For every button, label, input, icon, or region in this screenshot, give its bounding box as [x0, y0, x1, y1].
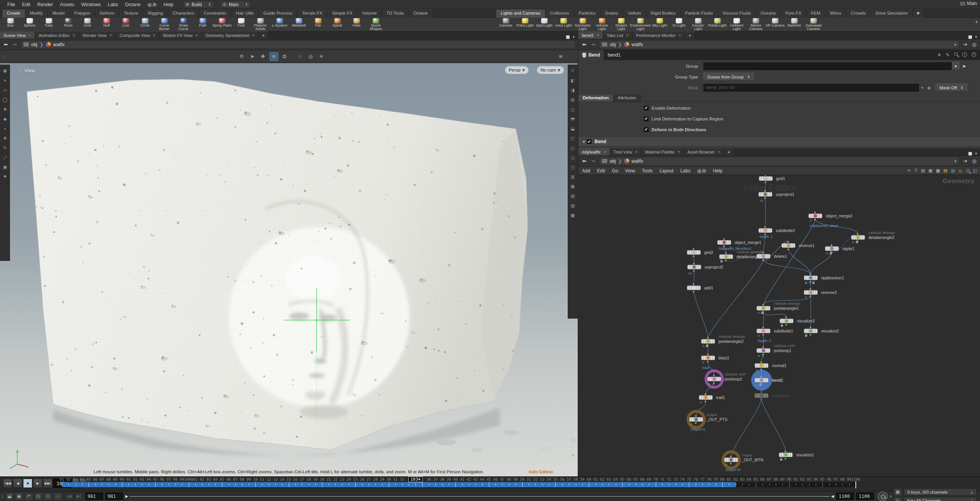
node-measure1[interactable]: measure1	[755, 393, 768, 398]
shelf-tab-td-tools[interactable]: TD Tools	[382, 9, 409, 18]
shelf-tab-particle-fluids[interactable]: Particle Fluids	[680, 9, 718, 18]
input-connector[interactable]	[725, 252, 727, 254]
menu-octane[interactable]: Octane	[122, 1, 144, 8]
input-connector[interactable]	[764, 190, 766, 192]
brush-select-icon[interactable]: ✚	[2, 106, 8, 112]
output-connector[interactable]	[693, 270, 695, 272]
shelf-tool-l-system[interactable]: L-System	[270, 18, 289, 27]
close-icon[interactable]: ✕	[635, 150, 638, 154]
output-connector[interactable]	[814, 219, 816, 220]
expand-icon[interactable]: ⤢	[2, 154, 8, 160]
input-connector[interactable]	[760, 361, 762, 363]
edit-icon[interactable]: ✎	[946, 52, 950, 58]
menu-help[interactable]: Help	[160, 1, 177, 8]
shelf-tab-model[interactable]: Model	[48, 9, 69, 18]
close-icon[interactable]: ✕	[109, 33, 112, 37]
output-connector[interactable]	[764, 197, 766, 199]
enable-deformation-checkbox[interactable]: ✔	[644, 106, 648, 110]
shelf-tab-drive-simulation[interactable]: Drive Simulation	[871, 9, 913, 18]
menu-edit[interactable]: Edit	[18, 1, 34, 8]
shelf-tool-camera[interactable]: Camera	[496, 18, 515, 27]
tick-display-icon[interactable]: ⌗	[44, 493, 52, 500]
scoped-channels-icon[interactable]: ▦	[893, 488, 902, 496]
menu-windows[interactable]: Windows	[78, 1, 104, 8]
network-editor[interactable]: Indie Edition Geometry grid1uvproject1uv…	[578, 175, 980, 476]
shelf-tab-polygon[interactable]: Polygon	[70, 9, 95, 18]
shelf-tool-spot-light[interactable]: Spot Light	[535, 18, 554, 27]
grid-d-icon[interactable]: ▨	[570, 202, 576, 209]
output-connector[interactable]	[810, 334, 811, 336]
shelf-tool-sphere[interactable]: Sphere	[20, 18, 39, 27]
input-connector[interactable]	[810, 327, 811, 328]
path-dropdown-icon[interactable]: ▾	[954, 42, 957, 47]
group-input[interactable]	[703, 62, 952, 70]
shelf-tool-path[interactable]: Path	[193, 18, 212, 27]
shelf-tool-grid[interactable]: Grid	[78, 18, 97, 27]
range-slider-right-handle[interactable]: ◀	[831, 494, 834, 498]
node-_OUT_MTN[interactable]: _OUT_MTNOutputOutput #0	[724, 458, 738, 462]
corner-b-icon[interactable]: ◱	[570, 145, 576, 151]
shelf-tool-geometry-light[interactable]: Geometry Light	[573, 18, 592, 30]
range-start-display[interactable]: 981	[105, 493, 123, 500]
shelf-tab-texture[interactable]: Texture	[119, 9, 143, 18]
breadcrumb-root[interactable]: obj	[31, 42, 37, 47]
shelf-tool-torus[interactable]: Torus	[58, 18, 78, 27]
node-pointwrangle1[interactable]: pointwrangle1Attribute Wrangle	[757, 306, 770, 311]
wire-measure1-to-visualize1[interactable]	[762, 398, 786, 452]
info-icon[interactable]: i	[570, 437, 576, 443]
next-key-button[interactable]: ▶|	[75, 493, 83, 500]
search-icon[interactable]	[954, 52, 958, 56]
undo-loop-icon[interactable]: ↶	[25, 493, 33, 500]
input-connector[interactable]	[713, 375, 715, 376]
shelf-tool-spiral[interactable]: Spiral	[328, 18, 347, 27]
build-desktop-selector[interactable]: ⊞ Build ⇕	[183, 1, 214, 8]
scene-path-field[interactable]: obj ❯ wallfx	[21, 40, 575, 49]
close-icon[interactable]: ✕	[153, 33, 156, 37]
corner-a-icon[interactable]: ◰	[570, 135, 576, 141]
node-reverse2[interactable]: reverse2	[804, 290, 818, 295]
gear-menu-icon[interactable]: ✳	[937, 52, 941, 58]
shelf-tool-sky-light[interactable]: Sky Light	[650, 18, 669, 27]
input-connector[interactable]	[810, 274, 811, 275]
key-all-dropdown[interactable]: Key All Channels⇕	[904, 497, 977, 501]
info-icon[interactable]: i	[962, 52, 967, 57]
box-zoom-icon[interactable]: ⧉	[280, 52, 289, 61]
playhead-frame-box[interactable]: 1034	[408, 476, 423, 482]
pane-tab-asset-browser[interactable]: Asset Browser✕	[684, 148, 724, 155]
menu-assets[interactable]: Assets	[57, 1, 78, 8]
mask-dropdown-icon[interactable]: ▾	[921, 85, 923, 90]
input-connector[interactable]	[831, 244, 832, 246]
shelf-tool-point-light[interactable]: Point Light	[515, 18, 535, 27]
output-connector[interactable]	[762, 334, 764, 336]
node-detailwrangle1[interactable]: detailwrangle1Attribute Wrangle	[719, 254, 733, 259]
network-menu-view[interactable]: View	[622, 167, 638, 174]
range-slider[interactable]	[130, 496, 829, 497]
shelf-tab-constraints[interactable]: Constraints	[199, 9, 231, 18]
node-visualize3[interactable]: visualize3	[780, 319, 793, 323]
node-_OUT_PTS[interactable]: _OUT_PTSOutputOutput #1	[689, 417, 703, 422]
add-pane-tab-button[interactable]: +	[259, 31, 268, 39]
input-connector[interactable]	[695, 415, 697, 417]
audio-icon[interactable]: ◉	[15, 493, 23, 500]
parm-tab-deformation[interactable]: Deformation	[578, 95, 613, 102]
corner-d-icon[interactable]: ◳	[570, 164, 576, 170]
group-pick-arrow-icon[interactable]: ➤	[962, 63, 966, 69]
toolbar-grip[interactable]: ⣿	[3, 55, 6, 58]
shelf-tool-metaball[interactable]: Metaball	[289, 18, 308, 27]
play-reverse-button[interactable]: ◀	[13, 479, 22, 488]
group-type-dropdown[interactable]: Guess from Group ⇕	[703, 73, 754, 81]
two-pane-icon[interactable]: ◫	[570, 106, 576, 112]
snap-mode-icon[interactable]: ◆	[2, 116, 8, 122]
node-subdivide1[interactable]: subdivide1Depth: 0	[757, 329, 770, 333]
node-visualize1[interactable]: visualize1	[779, 453, 793, 457]
node-pointwrangle2[interactable]: pointwrangle2Attribute Wrangle	[701, 339, 715, 344]
pane-tab-geometry-spreadsheet[interactable]: Geometry Spreadsheet✕	[202, 31, 258, 39]
camera-selector[interactable]: No cam▾	[537, 66, 564, 74]
shelf-tool-environment-light[interactable]: Environment Light	[631, 18, 650, 30]
shade-mode-icon[interactable]: ◧	[570, 77, 576, 84]
shelf-tool-ambient-light[interactable]: Ambient Light	[727, 18, 746, 30]
output-connector[interactable]	[693, 291, 694, 292]
main-scene-selector[interactable]: ◎ Main ⇕	[220, 1, 251, 8]
corner-c-icon[interactable]: ◲	[570, 154, 576, 160]
network-menu-qlib[interactable]: qLib	[694, 167, 710, 174]
